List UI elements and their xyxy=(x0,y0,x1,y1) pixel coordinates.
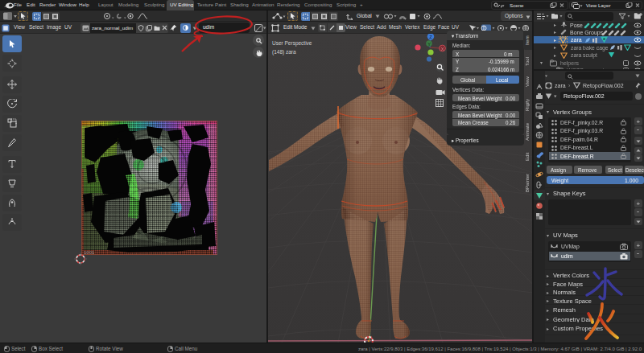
svg-text:Y: Y xyxy=(427,42,431,47)
svg-text:X: X xyxy=(441,47,444,51)
